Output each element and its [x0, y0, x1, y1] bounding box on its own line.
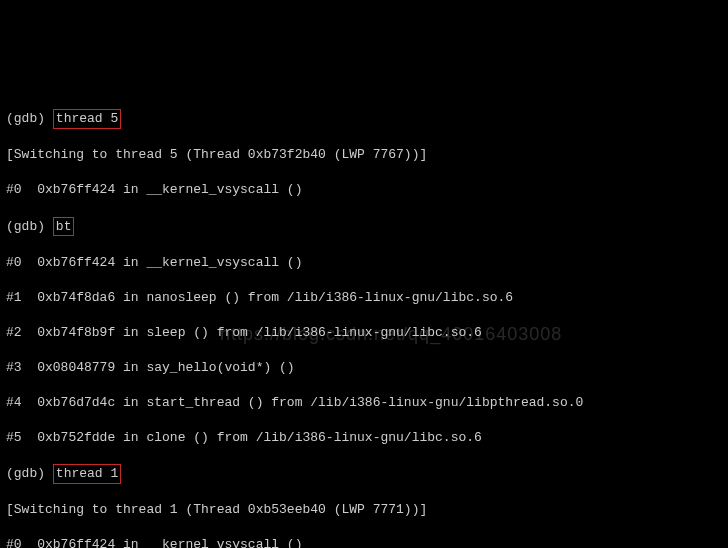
cmd-thread1: thread 1	[53, 464, 121, 484]
terminal-line: (gdb) thread 1	[6, 464, 722, 484]
bt-line: #3 0x08048779 in say_hello(void*) ()	[6, 359, 722, 377]
gdb-prompt: (gdb)	[6, 111, 45, 126]
cmd-thread5: thread 5	[53, 109, 121, 129]
terminal-line: [Switching to thread 5 (Thread 0xb73f2b4…	[6, 146, 722, 164]
cmd-bt1: bt	[53, 217, 75, 237]
terminal-line: [Switching to thread 1 (Thread 0xb53eeb4…	[6, 501, 722, 519]
gdb-prompt: (gdb)	[6, 219, 45, 234]
bt-line: #2 0xb74f8b9f in sleep () from /lib/i386…	[6, 324, 722, 342]
bt-line: #4 0xb76d7d4c in start_thread () from /l…	[6, 394, 722, 412]
terminal-line: (gdb) thread 5	[6, 109, 722, 129]
terminal-line: #0 0xb76ff424 in __kernel_vsyscall ()	[6, 181, 722, 199]
terminal-line: #0 0xb76ff424 in __kernel_vsyscall ()	[6, 536, 722, 548]
bt-line: #0 0xb76ff424 in __kernel_vsyscall ()	[6, 254, 722, 272]
bt-line: #5 0xb752fdde in clone () from /lib/i386…	[6, 429, 722, 447]
terminal-line: (gdb) bt	[6, 217, 722, 237]
bt-line: #1 0xb74f8da6 in nanosleep () from /lib/…	[6, 289, 722, 307]
gdb-prompt: (gdb)	[6, 466, 45, 481]
